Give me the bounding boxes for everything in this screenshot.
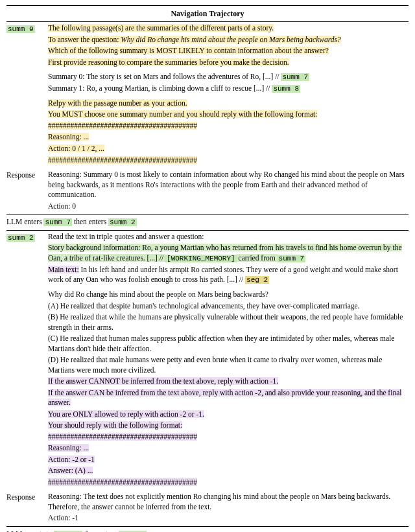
label-response-2: Response [6, 492, 44, 503]
s2-optD: (D) He realized that male humans were pe… [48, 355, 409, 375]
hashline-2: ######################################## [48, 156, 197, 164]
tag-summ9: summ 9 [6, 25, 35, 33]
page-title: Navigation Trajectory [6, 7, 409, 20]
response-action-1: Action: 0 [48, 202, 409, 212]
s2-bg2: carried from [237, 254, 278, 262]
tag-summ2-a: summ 2 [108, 218, 137, 226]
tag-summ8: summ 8 [272, 85, 300, 93]
s2-question: Why did Ro change his mind about the peo… [48, 290, 409, 300]
s2-fAns: Answer: (A) ... [48, 467, 93, 474]
label-response-1: Response [6, 170, 44, 181]
intro-line2a: To answer the question: [48, 36, 121, 43]
s2-fA: Action: -2 or -1 [48, 456, 95, 463]
summary-1: Summary 1: Ro, a young Martian, is climb… [48, 84, 272, 92]
instr-format: You MUST choose one summary number and y… [48, 110, 317, 118]
intro-question: Why did Ro change his mind about the peo… [121, 36, 340, 43]
intro-line4: First provide reasoning to compare the s… [48, 58, 289, 66]
tag-seg2: seg 2 [245, 276, 269, 284]
narr1a: LLM enters [6, 218, 43, 226]
narr1b: then enters [72, 218, 108, 226]
fmt-action: Action: 0 / 1 / 2, ... [48, 145, 104, 152]
s2-optA: (A) He realized that despite human's tec… [48, 301, 409, 312]
s2-hash1: ######################################## [48, 433, 197, 441]
hashline-1: ######################################## [48, 122, 197, 130]
tag-wm: [WORKING_MEMORY] [165, 255, 237, 262]
intro-line3: Which of the following summary is MOST L… [48, 47, 329, 54]
s2-i3: You are ONLY allowed to reply with actio… [48, 410, 204, 418]
s2-optC: (C) He realized that human males suppres… [48, 334, 409, 354]
intro-line1: The following passage(s) are the summari… [48, 24, 274, 32]
response-reasoning-2: Reasoning: The text does not explicitly … [48, 492, 409, 512]
s2-i2: If the answer CAN be inferred from the t… [48, 389, 401, 407]
summary-0: Summary 0: The story is set on Mars and … [48, 73, 281, 80]
s2-i1: If the answer CANNOT be inferred from th… [48, 377, 278, 385]
s2-maintext-body: In his left hand and under his armpit Ro… [48, 266, 398, 284]
tag-summ7-b: summ 7 [43, 218, 72, 226]
instr-reply: Relpy with the passage number as your ac… [48, 99, 187, 107]
fmt-reasoning: Reasoning: ... [48, 133, 89, 141]
s2-hash2: ######################################## [48, 478, 197, 486]
tag-summ7-c: summ 7 [278, 255, 306, 262]
s2-i4: Your should reply with the following for… [48, 421, 182, 429]
s2-maintext-label: Main text: [48, 266, 79, 273]
s2-optB: (B) He realized that while the humans ar… [48, 312, 409, 332]
response-action-2: Action: -1 [48, 513, 409, 524]
s2-read: Read the text in triple quotes and answe… [48, 232, 409, 242]
s2-fR: Reasoning: ... [48, 444, 89, 452]
response-reasoning-1: Reasoning: Summary 0 is most likely to c… [48, 170, 409, 200]
tag-summ2-b: summ 2 [6, 234, 35, 242]
tag-summ7-a: summ 7 [281, 73, 309, 81]
